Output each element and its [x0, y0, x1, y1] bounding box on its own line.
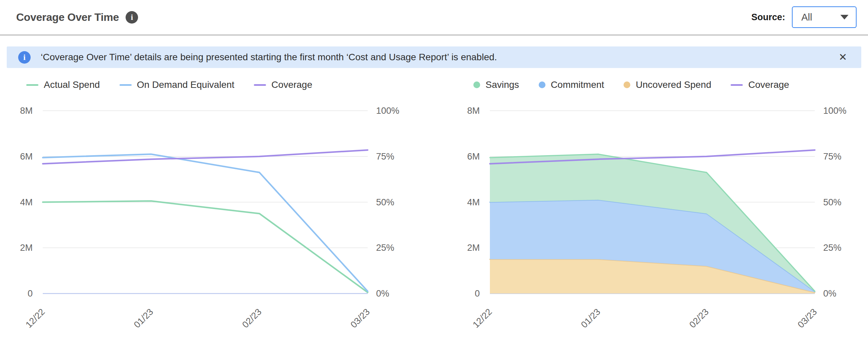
chevron-down-icon: [840, 15, 848, 20]
y-axis-tick-left: 6M: [20, 152, 33, 162]
y-axis-tick-left: 8M: [467, 106, 480, 116]
y-axis-tick-left: 8M: [20, 106, 33, 116]
legend-item-on-demand-equivalent[interactable]: On Demand Equivalent: [120, 80, 235, 90]
y-axis-tick-right: 25%: [823, 243, 841, 253]
y-axis-tick-left: 2M: [20, 243, 33, 253]
page-title: Coverage Over Time: [16, 11, 119, 24]
legend-label: Coverage: [748, 80, 789, 90]
banner-info-icon: i: [18, 51, 31, 64]
legend-item-coverage[interactable]: Coverage: [254, 80, 312, 90]
y-axis-tick-left: 2M: [467, 243, 480, 253]
header-divider: [0, 34, 868, 36]
x-axis-tick: 02/23: [240, 307, 264, 330]
series-actual-spend[interactable]: [43, 201, 368, 292]
y-axis-tick-left: 6M: [467, 152, 480, 162]
charts-row: Actual SpendOn Demand EquivalentCoverage…: [0, 77, 868, 342]
y-axis-tick-right: 100%: [376, 106, 399, 116]
legend-label: Coverage: [271, 80, 312, 90]
y-axis-tick-left: 0: [475, 288, 480, 299]
y-axis-tick-left: 4M: [20, 197, 33, 207]
info-banner: i ‘Coverage Over Time’ details are being…: [7, 46, 861, 68]
banner-message: ‘Coverage Over Time’ details are being p…: [41, 52, 837, 63]
actual-spend-swatch-icon: [26, 84, 38, 86]
y-axis-tick-left: 0: [28, 288, 33, 299]
source-dropdown[interactable]: All: [792, 6, 857, 28]
legend-item-uncovered-spend[interactable]: Uncovered Spend: [624, 80, 711, 90]
y-axis-tick-right: 100%: [823, 106, 846, 116]
legend-item-coverage[interactable]: Coverage: [731, 80, 789, 90]
x-axis-tick: 01/23: [132, 307, 155, 330]
y-axis-tick-right: 50%: [823, 197, 841, 207]
coverage-swatch-icon: [254, 84, 266, 86]
source-dropdown-value: All: [801, 12, 812, 23]
x-axis-tick: 03/23: [796, 307, 819, 330]
source-label: Source:: [751, 12, 785, 23]
legend-label: Actual Spend: [44, 80, 100, 90]
coverage-line-chart[interactable]: 00%2M25%4M50%6M75%8M100%12/2201/2302/230…: [0, 96, 421, 342]
info-icon[interactable]: i: [126, 11, 138, 24]
legend-label: Uncovered Spend: [636, 80, 711, 90]
series-coverage[interactable]: [43, 150, 368, 164]
y-axis-tick-right: 0%: [376, 288, 389, 299]
legend-item-commitment[interactable]: Commitment: [539, 80, 604, 90]
y-axis-tick-right: 25%: [376, 243, 394, 253]
y-axis-tick-right: 75%: [823, 152, 841, 162]
close-icon[interactable]: ✕: [837, 51, 848, 64]
x-axis-tick: 12/22: [471, 307, 494, 330]
coverage-swatch-icon: [731, 84, 743, 86]
legend-item-savings[interactable]: Savings: [473, 80, 519, 90]
on-demand-equivalent-swatch-icon: [120, 84, 132, 86]
line-chart-legend: Actual SpendOn Demand EquivalentCoverage: [0, 77, 421, 92]
x-axis-tick: 03/23: [348, 307, 372, 330]
area-chart-legend: SavingsCommitmentUncovered SpendCoverage: [447, 77, 868, 92]
y-axis-tick-right: 0%: [823, 288, 836, 299]
y-axis-tick-left: 4M: [467, 197, 480, 207]
header: Coverage Over Time i Source: All: [0, 0, 868, 34]
y-axis-tick-right: 75%: [376, 152, 394, 162]
commitment-swatch-icon: [539, 82, 546, 88]
legend-label: Savings: [486, 80, 519, 90]
y-axis-tick-right: 50%: [376, 197, 394, 207]
x-axis-tick: 12/22: [24, 307, 47, 330]
x-axis-tick: 01/23: [579, 307, 602, 330]
series-on-demand-equivalent[interactable]: [43, 154, 368, 291]
coverage-area-chart[interactable]: 00%2M25%4M50%6M75%8M100%12/2201/2302/230…: [447, 96, 868, 342]
area-chart-panel: SavingsCommitmentUncovered SpendCoverage…: [447, 77, 868, 342]
uncovered-spend-swatch-icon: [624, 82, 630, 88]
savings-swatch-icon: [473, 82, 480, 88]
line-chart-panel: Actual SpendOn Demand EquivalentCoverage…: [0, 77, 421, 342]
x-axis-tick: 02/23: [687, 307, 711, 330]
legend-label: On Demand Equivalent: [137, 80, 235, 90]
legend-item-actual-spend[interactable]: Actual Spend: [26, 80, 100, 90]
legend-label: Commitment: [551, 80, 604, 90]
